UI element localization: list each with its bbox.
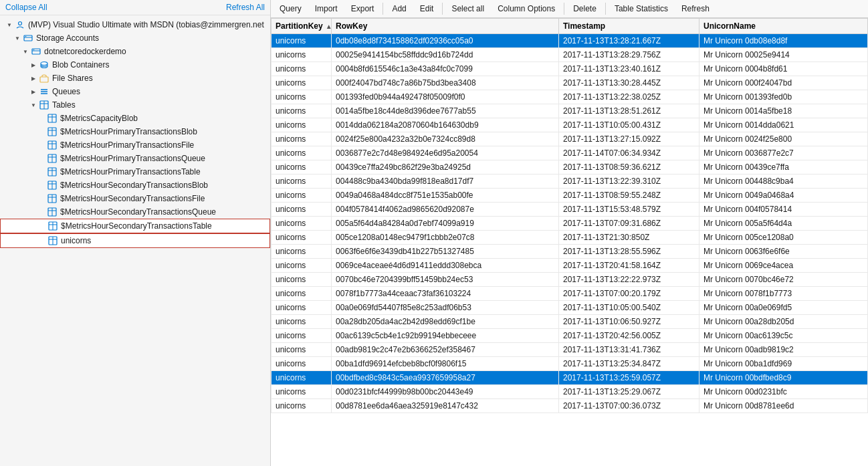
tree-item-unicorns[interactable]: unicorns — [0, 233, 270, 248]
cell-timestamp: 2017-11-13T07:00:36.073Z — [559, 399, 699, 413]
cell-timestamp: 2017-11-13T13:22:38.025Z — [559, 90, 699, 104]
tree-item-file-shares[interactable]: ▶ File Shares — [0, 72, 270, 85]
table-row[interactable]: unicorns0063f6e6f6e3439db41b227b51327485… — [272, 245, 868, 259]
tree-item-t3[interactable]: $MetricsHourPrimaryTransactionsFile — [0, 138, 270, 152]
tree-item-mvp-account[interactable]: ▼ (MVP) Visual Studio Ultimate with MSDN… — [0, 18, 270, 31]
cell-timestamp: 2017-11-13T15:53:48.579Z — [559, 203, 699, 217]
tree-header: Collapse All Refresh All — [0, 0, 270, 15]
cell-rowkey: 004f0578414f4062ad9865620d92087e — [332, 203, 559, 217]
cell-unicornname: Mr Unicorn 0014a5fbe18 — [699, 104, 868, 118]
expand-arrow-storage-accounts[interactable]: ▼ — [13, 34, 21, 42]
table-row[interactable]: unicorns0014a5fbe18c44de8d396dee7677ab55… — [272, 104, 868, 118]
cell-partition: unicorns — [272, 287, 332, 301]
table-row[interactable]: unicorns004f0578414f4062ad9865620d92087e… — [272, 203, 868, 217]
tree-item-t8[interactable]: $MetricsHourSecondaryTransactionsQueue — [0, 205, 270, 219]
tree-item-queues[interactable]: ▶ Queues — [0, 85, 270, 98]
table-row[interactable]: unicorns0069ce4aceaeé4d6d91411eddd308ebc… — [272, 259, 868, 273]
tree-item-storage-accounts[interactable]: ▼ Storage Accounts — [0, 31, 270, 45]
table-row[interactable]: unicorns00a28db205da4ac2b42d98edd69cf1be… — [272, 315, 868, 329]
cell-rowkey: 00a28db205da4ac2b42d98edd69cf1be — [332, 315, 559, 329]
cell-partition: unicorns — [272, 343, 332, 357]
table-row[interactable]: unicorns00439ce7ffa249bc862f29e3ba24925d… — [272, 160, 868, 174]
expand-arrow-tables[interactable]: ▼ — [29, 101, 37, 109]
cell-partition: unicorns — [272, 132, 332, 146]
collapse-all-link[interactable]: Collapse All — [5, 3, 47, 12]
table-row[interactable]: unicorns005a5f64d4a84284a0d7ebf74099a919… — [272, 217, 868, 231]
cell-unicornname: Mr Unicorn 000f24047bd — [699, 76, 868, 90]
tree-item-t1[interactable]: $MetricsCapacityBlob — [0, 112, 270, 125]
expand-arrow-file-shares[interactable]: ▶ — [29, 74, 37, 82]
cell-unicornname: Mr Unicorn 00ba1dfd969 — [699, 357, 868, 371]
table-row[interactable]: unicorns00a0e069fd54407f85e8c253adf06b53… — [272, 301, 868, 315]
table-row[interactable]: unicorns0036877e2c7d48e984924e6d95a20054… — [272, 146, 868, 160]
toolbar-btn-column-options[interactable]: Column Options — [492, 1, 561, 16]
table-icon — [47, 207, 58, 217]
cell-partition: unicorns — [272, 203, 332, 217]
tree-item-blob-containers[interactable]: ▶ Blob Containers — [0, 58, 270, 72]
tree-item-t9[interactable]: $MetricsHourSecondaryTransactionsTable — [0, 219, 270, 233]
cell-rowkey: 0069ce4aceaeé4d6d91411eddd308ebca — [332, 259, 559, 273]
table-row[interactable]: unicorns00ac6139c5cb4e1c92b99194ebbeceee… — [272, 329, 868, 343]
cell-timestamp: 2017-11-14T07:06:34.934Z — [559, 146, 699, 160]
data-table-container: PartitionKey▲RowKeyTimestampUnicornName … — [271, 18, 868, 466]
svg-point-9 — [41, 62, 47, 66]
table-row[interactable]: unicorns0024f25e800a4232a32b0e7324cc89d8… — [272, 132, 868, 146]
cell-partition: unicorns — [272, 371, 332, 385]
toolbar-divider-5 — [442, 3, 443, 15]
table-row[interactable]: unicorns0004b8fd615546c1a3e43a84fc0c7099… — [272, 62, 868, 76]
table-row[interactable]: unicorns00d8781ee6da46aea325919e8147c432… — [272, 399, 868, 413]
table-row[interactable]: unicorns005ce1208a0148ec9479f1cbbb2e07c8… — [272, 231, 868, 245]
expand-arrow-blob-containers[interactable]: ▶ — [29, 61, 37, 69]
cell-unicornname: Mr Unicorn 00a28db205d — [699, 315, 868, 329]
tree-item-t2[interactable]: $MetricsHourPrimaryTransactionsBlob — [0, 125, 270, 138]
table-row[interactable]: unicorns004488c9ba4340bda99f818ea8d17df7… — [272, 174, 868, 189]
col-header-partition[interactable]: PartitionKey▲ — [272, 19, 332, 34]
toolbar-btn-import[interactable]: Import — [309, 1, 344, 16]
toolbar-btn-refresh[interactable]: Refresh — [675, 1, 716, 16]
table-row[interactable]: unicorns0014dda062184a20870604b164630db9… — [272, 118, 868, 132]
cell-timestamp: 2017-11-13T13:22:39.310Z — [559, 174, 699, 189]
right-panel: QueryImportExportAddEditSelect allColumn… — [271, 0, 868, 466]
cell-unicornname: Mr Unicorn 005a5f64d4a — [699, 217, 868, 231]
toolbar-btn-export[interactable]: Export — [345, 1, 381, 16]
table-row[interactable]: unicorns00ba1dfd96914efcbeb8bcf0f9806f15… — [272, 357, 868, 371]
table-row[interactable]: unicorns000f24047bd748c7a86b75bd3bea3408… — [272, 76, 868, 90]
cell-unicornname: Mr Unicorn 00ac6139c5c — [699, 329, 868, 343]
table-row[interactable]: unicorns0070bc46e7204399bff51459bb24ec53… — [272, 273, 868, 287]
expand-arrow-mvp-account[interactable]: ▼ — [5, 21, 13, 29]
tree-item-t6[interactable]: $MetricsHourSecondaryTransactionsBlob — [0, 179, 270, 192]
cell-unicornname: Mr Unicorn 00bdfbed8c9 — [699, 371, 868, 385]
cell-unicornname: Mr Unicorn 00a0e069fd5 — [699, 301, 868, 315]
table-row[interactable]: unicorns00adb9819c2c47e2b6366252ef358467… — [272, 343, 868, 357]
cell-unicornname: Mr Unicorn 0004b8fd61 — [699, 62, 868, 76]
cell-partition: unicorns — [272, 357, 332, 371]
toolbar-btn-edit[interactable]: Edit — [414, 1, 440, 16]
table-row[interactable]: unicorns0049a0468a484dcc8f751e1535ab00fe… — [272, 189, 868, 203]
tree-item-t4[interactable]: $MetricsHourPrimaryTransactionsQueue — [0, 152, 270, 165]
expand-arrow-queues[interactable]: ▶ — [29, 88, 37, 96]
tree-item-t5[interactable]: $MetricsHourPrimaryTransactionsTable — [0, 165, 270, 179]
tree-label-t8: $MetricsHourSecondaryTransactionsQueue — [60, 207, 216, 217]
table-row[interactable]: unicorns0078f1b7773a44ceaac73faf36103224… — [272, 287, 868, 301]
toolbar-btn-table-statistics[interactable]: Table Statistics — [609, 1, 674, 16]
table-row[interactable]: unicorns00025e9414154bc58ffddc9d16b724dd… — [272, 48, 868, 62]
tree-item-tables[interactable]: ▼ Tables — [0, 98, 270, 112]
toolbar-divider-8 — [605, 3, 606, 15]
refresh-all-link[interactable]: Refresh All — [226, 3, 265, 12]
toolbar-btn-query[interactable]: Query — [274, 1, 308, 16]
tree-item-t7[interactable]: $MetricsHourSecondaryTransactionsFile — [0, 192, 270, 205]
tree-item-dotnetcoredockerdemo[interactable]: ▼ dotnetcoredockerdemo — [0, 45, 270, 58]
table-row[interactable]: unicorns001393fed0b944a492478f05009f0f02… — [272, 90, 868, 104]
toolbar-btn-add[interactable]: Add — [386, 1, 412, 16]
expand-arrow-dotnetcoredockerdemo[interactable]: ▼ — [21, 47, 29, 55]
table-row[interactable]: unicorns00d0231bfcf44999b98b00bc20443e49… — [272, 385, 868, 399]
cell-timestamp: 2017-11-13T13:28:51.261Z — [559, 104, 699, 118]
table-icon — [47, 140, 58, 150]
toolbar-btn-delete[interactable]: Delete — [567, 1, 603, 16]
cell-rowkey: 0004b8fd615546c1a3e43a84fc0c7099 — [332, 62, 559, 76]
cell-partition: unicorns — [272, 189, 332, 203]
tree-label-t2: $MetricsHourPrimaryTransactionsBlob — [60, 127, 197, 136]
table-row[interactable]: unicorns0db08e8d8f734158862df02936cc05a0… — [272, 34, 868, 48]
toolbar-btn-select-all[interactable]: Select all — [445, 1, 490, 16]
table-row[interactable]: unicorns00bdfbed8c9843c5aea9937659958a27… — [272, 371, 868, 385]
